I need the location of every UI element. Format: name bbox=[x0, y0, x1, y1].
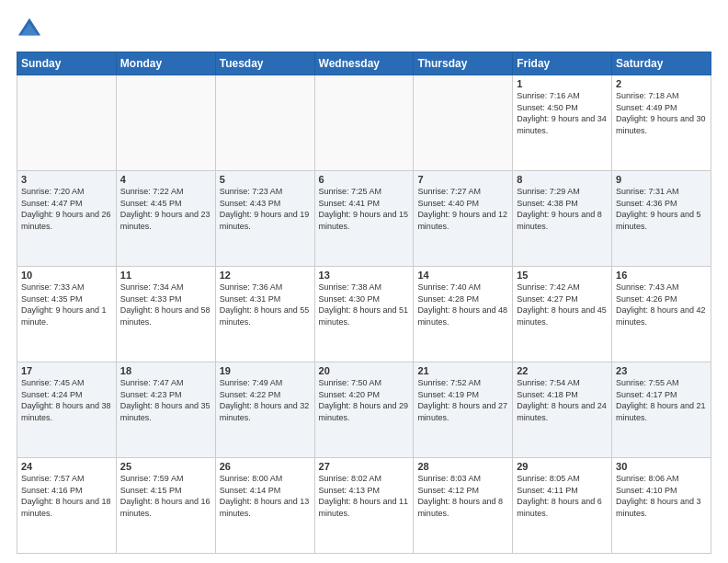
calendar-cell bbox=[414, 75, 513, 171]
day-number: 15 bbox=[517, 270, 608, 281]
day-info: Sunrise: 7:43 AM Sunset: 4:26 PM Dayligh… bbox=[616, 282, 707, 327]
day-number: 11 bbox=[120, 270, 211, 281]
day-info: Sunrise: 7:29 AM Sunset: 4:38 PM Dayligh… bbox=[517, 186, 608, 232]
calendar-cell: 22Sunrise: 7:54 AM Sunset: 4:18 PM Dayli… bbox=[513, 362, 612, 458]
day-number: 7 bbox=[417, 174, 508, 185]
calendar-cell bbox=[215, 75, 314, 171]
day-number: 8 bbox=[517, 174, 608, 185]
calendar-header-saturday: Saturday bbox=[612, 52, 711, 75]
day-info: Sunrise: 7:54 AM Sunset: 4:18 PM Dayligh… bbox=[517, 377, 608, 423]
calendar-cell: 29Sunrise: 8:05 AM Sunset: 4:11 PM Dayli… bbox=[513, 458, 612, 554]
calendar-cell: 10Sunrise: 7:33 AM Sunset: 4:35 PM Dayli… bbox=[17, 267, 117, 362]
day-info: Sunrise: 7:31 AM Sunset: 4:36 PM Dayligh… bbox=[616, 186, 707, 232]
calendar-header-sunday: Sunday bbox=[17, 52, 117, 75]
day-info: Sunrise: 8:03 AM Sunset: 4:12 PM Dayligh… bbox=[417, 473, 508, 519]
day-number: 12 bbox=[220, 270, 311, 281]
day-number: 20 bbox=[319, 365, 410, 376]
day-number: 18 bbox=[120, 365, 211, 376]
calendar-cell: 24Sunrise: 7:57 AM Sunset: 4:16 PM Dayli… bbox=[17, 458, 117, 554]
day-number: 28 bbox=[417, 461, 508, 472]
day-info: Sunrise: 7:47 AM Sunset: 4:23 PM Dayligh… bbox=[120, 377, 211, 423]
calendar-cell: 20Sunrise: 7:50 AM Sunset: 4:20 PM Dayli… bbox=[314, 362, 414, 458]
day-info: Sunrise: 7:49 AM Sunset: 4:22 PM Dayligh… bbox=[220, 377, 311, 423]
calendar-cell: 18Sunrise: 7:47 AM Sunset: 4:23 PM Dayli… bbox=[116, 362, 215, 458]
header bbox=[17, 17, 711, 42]
calendar-cell: 19Sunrise: 7:49 AM Sunset: 4:22 PM Dayli… bbox=[215, 362, 314, 458]
day-number: 30 bbox=[616, 461, 707, 472]
calendar-cell: 7Sunrise: 7:27 AM Sunset: 4:40 PM Daylig… bbox=[414, 171, 513, 267]
day-info: Sunrise: 7:52 AM Sunset: 4:19 PM Dayligh… bbox=[417, 377, 508, 423]
day-number: 24 bbox=[21, 461, 112, 472]
calendar-cell: 21Sunrise: 7:52 AM Sunset: 4:19 PM Dayli… bbox=[414, 362, 513, 458]
day-number: 17 bbox=[21, 365, 112, 376]
calendar-cell: 5Sunrise: 7:23 AM Sunset: 4:43 PM Daylig… bbox=[215, 171, 314, 267]
day-info: Sunrise: 7:34 AM Sunset: 4:33 PM Dayligh… bbox=[120, 282, 211, 327]
day-number: 22 bbox=[517, 365, 608, 376]
calendar-cell: 30Sunrise: 8:06 AM Sunset: 4:10 PM Dayli… bbox=[612, 458, 711, 554]
day-number: 10 bbox=[21, 270, 112, 281]
day-info: Sunrise: 7:59 AM Sunset: 4:15 PM Dayligh… bbox=[120, 473, 211, 519]
day-number: 13 bbox=[319, 270, 410, 281]
day-info: Sunrise: 8:02 AM Sunset: 4:13 PM Dayligh… bbox=[319, 473, 410, 519]
day-info: Sunrise: 7:38 AM Sunset: 4:30 PM Dayligh… bbox=[319, 282, 410, 327]
calendar-cell: 27Sunrise: 8:02 AM Sunset: 4:13 PM Dayli… bbox=[314, 458, 414, 554]
calendar-cell: 13Sunrise: 7:38 AM Sunset: 4:30 PM Dayli… bbox=[314, 267, 414, 362]
calendar-cell: 12Sunrise: 7:36 AM Sunset: 4:31 PM Dayli… bbox=[215, 267, 314, 362]
day-number: 5 bbox=[220, 174, 311, 185]
logo-icon bbox=[17, 17, 42, 42]
calendar-header-row: SundayMondayTuesdayWednesdayThursdayFrid… bbox=[17, 52, 711, 75]
calendar-cell: 15Sunrise: 7:42 AM Sunset: 4:27 PM Dayli… bbox=[513, 267, 612, 362]
calendar-table: SundayMondayTuesdayWednesdayThursdayFrid… bbox=[17, 52, 711, 554]
calendar-cell: 11Sunrise: 7:34 AM Sunset: 4:33 PM Dayli… bbox=[116, 267, 215, 362]
calendar-cell: 6Sunrise: 7:25 AM Sunset: 4:41 PM Daylig… bbox=[314, 171, 414, 267]
calendar-cell: 26Sunrise: 8:00 AM Sunset: 4:14 PM Dayli… bbox=[215, 458, 314, 554]
calendar-cell: 25Sunrise: 7:59 AM Sunset: 4:15 PM Dayli… bbox=[116, 458, 215, 554]
day-info: Sunrise: 7:55 AM Sunset: 4:17 PM Dayligh… bbox=[616, 377, 707, 423]
day-info: Sunrise: 7:25 AM Sunset: 4:41 PM Dayligh… bbox=[319, 186, 410, 232]
day-number: 23 bbox=[616, 365, 707, 376]
calendar-week-2: 3Sunrise: 7:20 AM Sunset: 4:47 PM Daylig… bbox=[17, 171, 711, 267]
day-info: Sunrise: 7:22 AM Sunset: 4:45 PM Dayligh… bbox=[120, 186, 211, 232]
day-number: 14 bbox=[417, 270, 508, 281]
calendar-cell bbox=[314, 75, 414, 171]
calendar-week-4: 17Sunrise: 7:45 AM Sunset: 4:24 PM Dayli… bbox=[17, 362, 711, 458]
day-info: Sunrise: 7:27 AM Sunset: 4:40 PM Dayligh… bbox=[417, 186, 508, 232]
day-info: Sunrise: 7:42 AM Sunset: 4:27 PM Dayligh… bbox=[517, 282, 608, 327]
day-info: Sunrise: 7:36 AM Sunset: 4:31 PM Dayligh… bbox=[220, 282, 311, 327]
calendar-header-tuesday: Tuesday bbox=[215, 52, 314, 75]
calendar-header-thursday: Thursday bbox=[414, 52, 513, 75]
calendar-header-monday: Monday bbox=[116, 52, 215, 75]
day-number: 26 bbox=[220, 461, 311, 472]
day-info: Sunrise: 7:50 AM Sunset: 4:20 PM Dayligh… bbox=[319, 377, 410, 423]
day-number: 3 bbox=[21, 174, 112, 185]
calendar-cell: 4Sunrise: 7:22 AM Sunset: 4:45 PM Daylig… bbox=[116, 171, 215, 267]
calendar-header-friday: Friday bbox=[513, 52, 612, 75]
day-number: 19 bbox=[220, 365, 311, 376]
day-info: Sunrise: 7:20 AM Sunset: 4:47 PM Dayligh… bbox=[21, 186, 112, 232]
day-info: Sunrise: 7:18 AM Sunset: 4:49 PM Dayligh… bbox=[616, 90, 707, 136]
calendar-week-5: 24Sunrise: 7:57 AM Sunset: 4:16 PM Dayli… bbox=[17, 458, 711, 554]
calendar-cell: 14Sunrise: 7:40 AM Sunset: 4:28 PM Dayli… bbox=[414, 267, 513, 362]
day-number: 9 bbox=[616, 174, 707, 185]
day-number: 29 bbox=[517, 461, 608, 472]
calendar-cell bbox=[116, 75, 215, 171]
day-info: Sunrise: 7:57 AM Sunset: 4:16 PM Dayligh… bbox=[21, 473, 112, 519]
day-info: Sunrise: 7:40 AM Sunset: 4:28 PM Dayligh… bbox=[417, 282, 508, 327]
day-info: Sunrise: 7:45 AM Sunset: 4:24 PM Dayligh… bbox=[21, 377, 112, 423]
day-info: Sunrise: 7:16 AM Sunset: 4:50 PM Dayligh… bbox=[517, 90, 608, 136]
calendar-cell: 3Sunrise: 7:20 AM Sunset: 4:47 PM Daylig… bbox=[17, 171, 117, 267]
day-info: Sunrise: 8:00 AM Sunset: 4:14 PM Dayligh… bbox=[220, 473, 311, 519]
day-info: Sunrise: 7:33 AM Sunset: 4:35 PM Dayligh… bbox=[21, 282, 112, 327]
calendar-cell: 16Sunrise: 7:43 AM Sunset: 4:26 PM Dayli… bbox=[612, 267, 711, 362]
calendar-week-1: 1Sunrise: 7:16 AM Sunset: 4:50 PM Daylig… bbox=[17, 75, 711, 171]
day-number: 16 bbox=[616, 270, 707, 281]
calendar-cell: 17Sunrise: 7:45 AM Sunset: 4:24 PM Dayli… bbox=[17, 362, 117, 458]
page: SundayMondayTuesdayWednesdayThursdayFrid… bbox=[0, 0, 728, 563]
calendar-cell: 9Sunrise: 7:31 AM Sunset: 4:36 PM Daylig… bbox=[612, 171, 711, 267]
day-number: 25 bbox=[120, 461, 211, 472]
day-number: 27 bbox=[319, 461, 410, 472]
day-number: 4 bbox=[120, 174, 211, 185]
calendar-cell: 1Sunrise: 7:16 AM Sunset: 4:50 PM Daylig… bbox=[513, 75, 612, 171]
logo bbox=[17, 17, 46, 42]
calendar-cell: 23Sunrise: 7:55 AM Sunset: 4:17 PM Dayli… bbox=[612, 362, 711, 458]
